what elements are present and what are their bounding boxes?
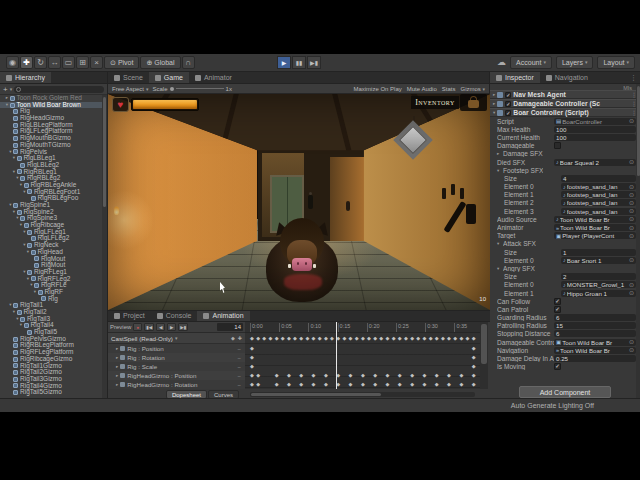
keyframe[interactable]: ◆ [361,382,365,387]
property-menu-icon[interactable]: − [237,355,241,361]
foldout-arrow[interactable]: ▾ [12,209,17,216]
keyframe[interactable]: ◆ [299,373,303,378]
hierarchy-item[interactable]: ▾Toon Wild Boar Brown [0,102,102,109]
keyframe[interactable]: ◆ [422,373,426,378]
object-picker-icon[interactable]: ⊙ [629,339,634,345]
keyframe[interactable]: ◆ [410,382,414,387]
keyframe[interactable]: ◆ [287,382,291,387]
checkbox[interactable]: ✓ [554,363,561,370]
foldout-arrow[interactable]: ▸ [493,92,495,97]
keyframe[interactable]: ◆ [472,355,476,360]
property-menu-icon[interactable]: − [237,364,241,370]
keyframe[interactable]: ◆ [435,373,439,378]
component-enabled-checkbox[interactable]: ✓ [505,92,511,98]
keyframe[interactable]: ◆ [250,336,254,341]
object-reference-field[interactable]: ♪footstep_sand_lan⊙ [561,208,636,215]
keyframe[interactable]: ◆ [312,373,316,378]
keyframe[interactable]: ◆ [324,382,328,387]
prev-key-button[interactable]: ◀ [156,323,165,331]
keyframe[interactable]: ◆ [435,336,439,341]
keyframe[interactable]: ◆ [398,382,402,387]
frame-number-field[interactable]: 14 [217,323,243,331]
add-event-button[interactable]: ✚ [238,335,242,341]
object-picker-icon[interactable]: ⊙ [629,200,634,206]
anim-property[interactable]: ▸Rig : Scale− [108,362,245,371]
component-header[interactable]: ▾✓Boar Controller (Script)⋮ [490,108,640,117]
keyframe[interactable]: ◆ [416,336,420,341]
keyframe[interactable]: ◆ [256,336,260,341]
cloud-icon[interactable]: ☁ [497,56,506,69]
hierarchy-item[interactable]: ▾RigTail1 [0,302,102,309]
keyframe[interactable]: ◆ [472,346,476,351]
keyframe[interactable]: ◆ [386,373,390,378]
keyframe[interactable]: ◆ [447,373,451,378]
keyframe[interactable]: ◆ [250,364,254,369]
keyframe[interactable]: ◆ [250,355,254,360]
value-field[interactable]: 0.25 [554,355,636,362]
keyframe[interactable]: ◆ [312,336,316,341]
component-header[interactable]: ▸✓Damageable Controller (Sc⋮ [490,99,640,108]
tab-hierarchy[interactable]: Hierarchy [0,72,51,83]
value-field[interactable]: 1 [561,249,636,256]
object-reference-field[interactable]: ♪Boar Snort 1⊙ [561,257,636,264]
game-viewport[interactable]: ♥ Inventory 10 [108,94,490,310]
keyframe[interactable]: ◆ [305,336,309,341]
foldout-arrow[interactable]: ▾ [19,322,24,329]
keyframe[interactable]: ◆ [386,382,390,387]
account-dropdown[interactable]: Account▾ [510,56,552,69]
keyframe[interactable]: ◆ [324,373,328,378]
keyframe[interactable]: ◆ [392,336,396,341]
global-toggle[interactable]: ⊕Global [140,56,180,69]
keyframe[interactable]: ◆ [299,336,303,341]
tab-navigation[interactable]: Navigation [540,72,594,83]
value-field[interactable]: 6 [554,330,636,337]
scrollbar-thumb[interactable] [103,97,106,207]
tab-inspector[interactable]: Inspector [490,72,540,83]
component-header[interactable]: ▸✓Nav Mesh Agent⋮ [490,90,640,99]
component-enabled-checkbox[interactable]: ✓ [505,110,511,116]
object-picker-icon[interactable]: ⊙ [629,347,634,353]
object-reference-field[interactable]: ▣Toon Wild Boar Br⊙ [554,339,636,346]
keyframe[interactable]: ◆ [386,336,390,341]
gizmos-dropdown[interactable]: Gizmos ▾ [460,86,485,92]
hierarchy-item[interactable]: Rig [0,296,102,303]
keyframe[interactable]: ◆ [256,373,260,378]
object-reference-field[interactable]: ▤BoarController⊙ [554,118,636,125]
anim-property[interactable]: ▸RigHeadGizmo : Rotation− [108,380,245,389]
object-reference-field[interactable]: »Toon Wild Boar Br⊙ [554,347,636,354]
foldout-arrow[interactable]: ▸ [116,346,118,351]
keyframe[interactable]: ◆ [275,382,279,387]
property-menu-icon[interactable]: − [237,373,241,379]
anim-property[interactable]: ▸Rig : Rotation− [108,353,245,362]
scale-slider-track[interactable] [176,88,224,89]
keyframe[interactable]: ◆ [293,336,297,341]
foldout-arrow[interactable]: ▾ [33,289,38,296]
checkbox[interactable]: ✓ [554,298,561,305]
hierarchy-item[interactable]: RigRBLegFoo [0,195,102,202]
snap-toggle[interactable]: ∩ [182,56,195,69]
keyframe[interactable]: ◆ [349,373,353,378]
layers-dropdown[interactable]: Layers▾ [556,56,594,69]
keyframe[interactable]: ◆ [398,336,402,341]
keyframe[interactable]: ◆ [373,336,377,341]
keyframe[interactable]: ◆ [299,382,303,387]
scrollbar-thumb[interactable] [251,393,381,396]
object-picker-icon[interactable]: ⊙ [629,159,634,165]
value-field[interactable]: 100 [554,126,636,133]
tab-project[interactable]: Project [108,311,151,321]
keyframe[interactable]: ◆ [410,373,414,378]
keyframe[interactable]: ◆ [330,336,334,341]
foldout-arrow[interactable]: ▾ [12,309,17,316]
keyframe[interactable]: ◆ [355,336,359,341]
keyframe[interactable]: ◆ [256,382,260,387]
clip-selector[interactable]: CastSpell (Read-Only) ▾ ◆✚ [108,333,245,344]
add-keyframe-button[interactable]: ◆ [231,335,235,341]
anim-property[interactable]: ▸RigHeadGizmo : Position− [108,371,245,380]
keyframe[interactable]: ◆ [410,336,414,341]
auto-generate-lighting-label[interactable]: Auto Generate Lighting Off [511,402,594,409]
keyframe[interactable]: ◆ [367,336,371,341]
object-picker-icon[interactable]: ⊙ [629,225,634,231]
keyframe[interactable]: ◆ [398,373,402,378]
foldout-arrow[interactable]: ▸ [116,373,118,378]
keyframe[interactable]: ◆ [447,336,451,341]
